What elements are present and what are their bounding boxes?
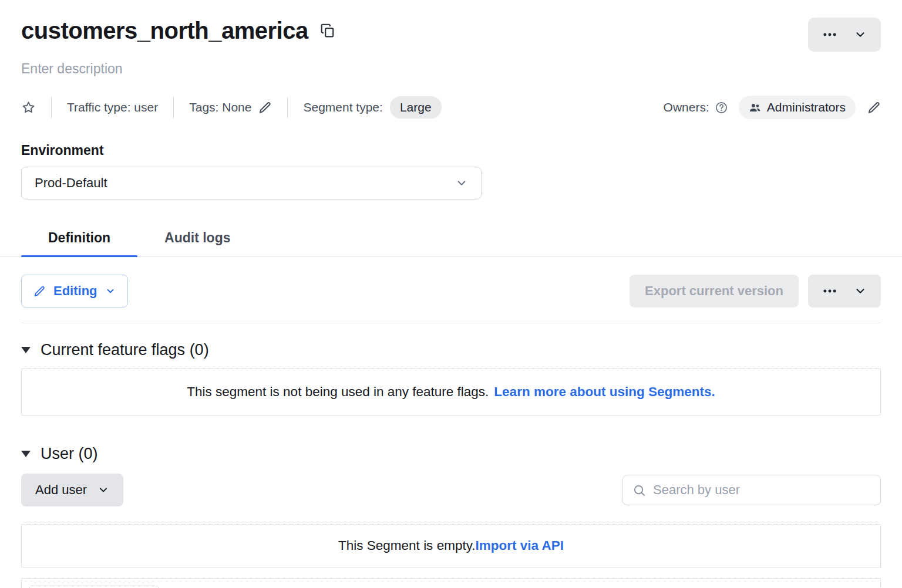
partial-inner-box bbox=[29, 586, 159, 588]
search-by-user-input[interactable] bbox=[653, 482, 871, 498]
divider bbox=[287, 97, 288, 118]
chevron-down-icon bbox=[854, 28, 867, 41]
divider bbox=[173, 97, 174, 118]
definition-actions-button[interactable] bbox=[808, 275, 881, 307]
learn-more-link[interactable]: Learn more about using Segments. bbox=[494, 384, 715, 400]
star-icon[interactable] bbox=[21, 100, 36, 115]
feature-flags-empty-state: This segment is not being used in any fe… bbox=[21, 369, 881, 415]
help-icon[interactable] bbox=[715, 101, 728, 114]
tab-audit-logs[interactable]: Audit logs bbox=[137, 222, 257, 256]
add-user-button[interactable]: Add user bbox=[21, 474, 123, 506]
import-via-api-link[interactable]: Import via API bbox=[475, 538, 563, 553]
header-actions-button[interactable] bbox=[808, 18, 881, 52]
segment-detail-page: customers_north_america Enter descriptio… bbox=[0, 0, 902, 588]
search-by-user-box bbox=[622, 475, 881, 505]
page-title: customers_north_america bbox=[21, 18, 308, 43]
divider bbox=[51, 97, 52, 118]
owners-group: Owners: Administrators bbox=[664, 96, 881, 119]
copy-icon[interactable] bbox=[320, 23, 335, 38]
collapse-caret-icon[interactable] bbox=[21, 451, 31, 457]
next-empty-state-partial bbox=[21, 578, 881, 588]
user-empty-text: This Segment is empty. bbox=[338, 538, 475, 553]
traffic-type-label: Traffic type: user bbox=[67, 100, 158, 114]
user-empty-state: This Segment is empty. Import via API bbox=[21, 524, 881, 567]
definition-toolbar: Editing Export current version bbox=[21, 275, 881, 307]
chevron-down-icon bbox=[97, 484, 109, 496]
feature-flags-heading: Current feature flags (0) bbox=[41, 341, 209, 359]
feature-flags-empty-text: This segment is not being used in any fe… bbox=[187, 384, 489, 400]
user-section-heading[interactable]: User (0) bbox=[21, 445, 881, 463]
title-wrap: customers_north_america bbox=[21, 18, 335, 43]
description-placeholder[interactable]: Enter description bbox=[21, 61, 123, 77]
user-controls-row: Add user bbox=[21, 474, 881, 506]
ellipsis-icon bbox=[822, 283, 837, 299]
edit-tags-icon[interactable] bbox=[258, 101, 272, 114]
owners-label: Owners: bbox=[664, 100, 709, 114]
segment-type-badge: Large bbox=[390, 96, 442, 119]
page-header: customers_north_america bbox=[21, 0, 881, 52]
environment-selected-value: Prod-Default bbox=[35, 175, 107, 191]
editing-label: Editing bbox=[53, 283, 97, 299]
add-user-label: Add user bbox=[35, 482, 87, 498]
collapse-caret-icon[interactable] bbox=[21, 347, 31, 353]
edit-owners-icon[interactable] bbox=[867, 101, 881, 114]
chevron-down-icon bbox=[455, 177, 468, 190]
owners-value: Administrators bbox=[767, 100, 846, 114]
people-icon bbox=[749, 102, 761, 114]
pencil-icon bbox=[33, 285, 46, 298]
environment-select[interactable]: Prod-Default bbox=[21, 167, 482, 200]
tab-bar: Definition Audit logs bbox=[0, 222, 902, 257]
tab-definition[interactable]: Definition bbox=[21, 222, 137, 256]
chevron-down-icon bbox=[105, 286, 116, 296]
owners-pill[interactable]: Administrators bbox=[739, 96, 856, 119]
chevron-down-icon bbox=[854, 285, 867, 298]
environment-label: Environment bbox=[21, 143, 881, 158]
ellipsis-icon bbox=[822, 27, 837, 42]
segment-type-label: Segment type: bbox=[303, 100, 382, 114]
search-icon bbox=[632, 484, 646, 497]
user-heading: User (0) bbox=[41, 445, 98, 463]
export-current-version-button[interactable]: Export current version bbox=[630, 275, 799, 307]
divider bbox=[21, 323, 881, 323]
meta-row: Traffic type: user Tags: None Segment ty… bbox=[21, 96, 881, 119]
toolbar-right: Export current version bbox=[630, 275, 881, 307]
feature-flags-section-heading[interactable]: Current feature flags (0) bbox=[21, 341, 881, 359]
tags-label: Tags: None bbox=[189, 100, 251, 114]
editing-dropdown-button[interactable]: Editing bbox=[21, 275, 128, 307]
